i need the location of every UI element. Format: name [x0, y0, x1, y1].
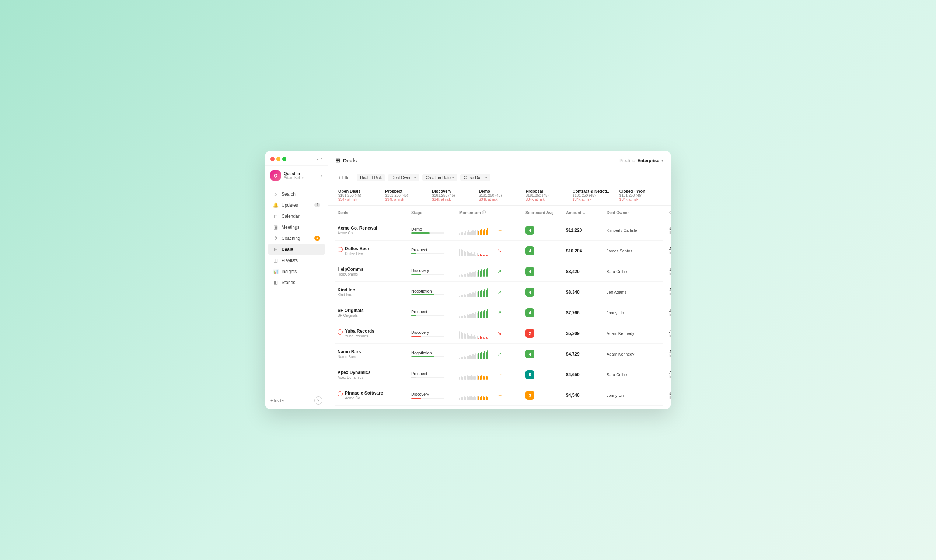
pipeline-columns: Open Deals $181,250 (45) $34k at risk Pr… [328, 185, 671, 206]
sidebar-item-coaching[interactable]: 🎙 Coaching 4 [268, 233, 325, 243]
owner-cell: Kimberly Carlisle [604, 225, 667, 235]
amount-cell: $8,420 [564, 266, 604, 277]
date-sub: In 10 Days [669, 230, 671, 234]
stage-name: Prospect [411, 248, 455, 252]
th-amount[interactable]: Amount ▲ [564, 209, 604, 217]
add-filter-label: + Filter [338, 175, 351, 180]
forward-button[interactable]: › [321, 156, 322, 162]
table-row[interactable]: ! Yuba Records Yuba Records Discovery ↘ [336, 323, 663, 344]
deal-company: Acme Co. [345, 396, 383, 400]
sidebar-nav: ⌕ Search 🔔 Updates 2 ◻ Calendar ▣ Meetin… [265, 185, 328, 392]
pipeline-col-label: Contract & Negoti... [573, 189, 614, 194]
scorecard-badge: 4 [525, 267, 534, 276]
pipeline-col-amount: $181,250 (45) [338, 194, 379, 197]
sidebar-item-updates[interactable]: 🔔 Updates 2 [268, 200, 325, 210]
date-sub: In 10 Days [669, 395, 671, 399]
stage-name: Demo [411, 227, 455, 231]
date-main: Jul 24, 2024 [669, 226, 671, 230]
table-row[interactable]: HelpComms HelpComms Discovery ↗ 4 [336, 261, 663, 282]
date-cell: Jul 18, 2024 In 4 days [667, 347, 671, 361]
stage-name: Prospect [411, 371, 455, 376]
date-main: Jul 22, 2024 [669, 267, 671, 272]
minimize-control[interactable] [276, 157, 280, 161]
sidebar-item-deals[interactable]: ⊞ Deals [268, 244, 325, 255]
sidebar-item-stories[interactable]: ◧ Stories [268, 277, 325, 288]
deal-name: Pinnacle Software [345, 391, 383, 396]
deal-company: Dulles Beer [345, 252, 369, 256]
table-row[interactable]: SF Originals SF Originals Prospect ↗ [336, 303, 663, 323]
close-control[interactable] [271, 157, 274, 161]
stage-bar-fill [411, 315, 416, 316]
table-row[interactable]: ! Pinnacle Software Acme Co. Discovery → [336, 385, 663, 406]
scorecard-badge: 4 [525, 246, 534, 255]
coaching-badge: 4 [314, 236, 320, 241]
deal-name-cell: HelpComms HelpComms [336, 264, 409, 279]
pipeline-col-risk: $34k at risk [338, 197, 379, 202]
sidebar-item-meetings[interactable]: ▣ Meetings [268, 222, 325, 232]
sidebar-item-search[interactable]: ⌕ Search [268, 189, 325, 199]
sidebar-item-calendar[interactable]: ◻ Calendar [268, 211, 325, 222]
deal-name: Apex Dynamics [337, 370, 370, 375]
pipeline-col-risk: $34k at risk [479, 197, 520, 202]
table-row[interactable]: ! Dulles Beer Dulles Beer Prospect ↘ [336, 241, 663, 261]
scorecard-cell: 3 [523, 388, 564, 403]
chevron-down-icon: ▾ [452, 176, 454, 179]
back-button[interactable]: ‹ [317, 156, 319, 162]
deal-name: Yuba Records [345, 329, 374, 334]
date-sub: In 4 days [669, 354, 671, 358]
date-main: Jul 30, 2024 [669, 246, 671, 251]
nav-arrows: ‹ › [317, 156, 322, 162]
user-section[interactable]: Q Quest.io Adam Keller ▾ [265, 166, 328, 185]
deal-name-cell: Namo Bars Namo Bars [336, 346, 409, 362]
table-row[interactable]: Vertex Global Acme Co. Prospect ↗ 4 [336, 406, 663, 409]
sidebar-item-insights[interactable]: 📊 Insights [268, 266, 325, 277]
help-icon[interactable]: ? [314, 397, 322, 405]
sidebar-item-playlists[interactable]: ◫ Playlists [268, 255, 325, 266]
momentum-chart [459, 225, 496, 235]
scorecard-cell: 4 [523, 223, 564, 238]
pipeline-col-contract: Contract & Negoti... $181,250 (45) $34k … [570, 185, 616, 205]
th-deals: Deals [336, 209, 409, 217]
filter-chip-close-date[interactable]: Close Date ▾ [460, 174, 490, 181]
deal-name-cell: Vertex Global Acme Co. [336, 408, 409, 409]
stage-cell: Discovery [409, 389, 457, 402]
scorecard-cell: 4 [523, 305, 564, 320]
owner-cell: James Santos [604, 246, 667, 256]
pipeline-col-label: Closed - Won [619, 189, 660, 194]
search-icon: ⌕ [273, 191, 279, 197]
date-cell: Jul 24, 2024 In 10 Days [667, 223, 671, 237]
table-row[interactable]: Namo Bars Namo Bars Negotiation ↗ 4 [336, 344, 663, 365]
scorecard-cell: 4 [523, 409, 564, 409]
scorecard-badge: 3 [525, 391, 534, 400]
sidebar: ‹ › Q Quest.io Adam Keller ▾ ⌕ Search 🔔 … [265, 151, 328, 409]
momentum-cell: → [457, 222, 523, 238]
table-row[interactable]: Apex Dynamics Apex Dynamics Prospect → [336, 365, 663, 385]
stage-cell: Prospect [409, 306, 457, 319]
owner-cell: Adam Kennedy [604, 349, 667, 359]
add-filter-button[interactable]: + Filter [336, 174, 354, 181]
invite-button[interactable]: + Invite [271, 398, 284, 403]
stage-bar [411, 335, 445, 337]
pipeline-col-closed-won: Closed - Won $181,250 (45) $34k at risk [616, 185, 663, 205]
table-row[interactable]: Kind Inc. Kind Inc. Negotiation ↗ 4 [336, 282, 663, 303]
amount-cell: $4,650 [564, 369, 604, 380]
filter-chip-deal-at-risk[interactable]: Deal at Risk [357, 174, 385, 181]
stage-bar-fill [411, 335, 421, 337]
stage-bar-fill [411, 274, 421, 275]
pipeline-col-risk: $34k at risk [385, 197, 426, 202]
filter-chip-deal-owner[interactable]: Deal Owner ▾ [388, 174, 419, 181]
deal-name: Kind Inc. [337, 288, 356, 292]
stage-bar [411, 274, 445, 275]
invite-label: + Invite [271, 398, 284, 403]
scorecard-badge: 5 [525, 370, 534, 379]
page-title: ⊞ Deals [336, 157, 357, 164]
table-row[interactable]: Acme Co. Renewal Acme Co. Demo → 4 [336, 220, 663, 241]
filter-chip-creation-date[interactable]: Creation Date ▾ [422, 174, 457, 181]
stage-name: Negotiation [411, 289, 455, 293]
user-sub: Adam Keller [284, 176, 320, 180]
maximize-control[interactable] [282, 157, 286, 161]
pipeline-selector[interactable]: Pipeline Enterprise ▾ [619, 158, 663, 163]
owner-cell: Sara Collins [604, 369, 667, 380]
momentum-cell: ↗ [457, 263, 523, 280]
sidebar-item-label: Calendar [282, 214, 320, 219]
